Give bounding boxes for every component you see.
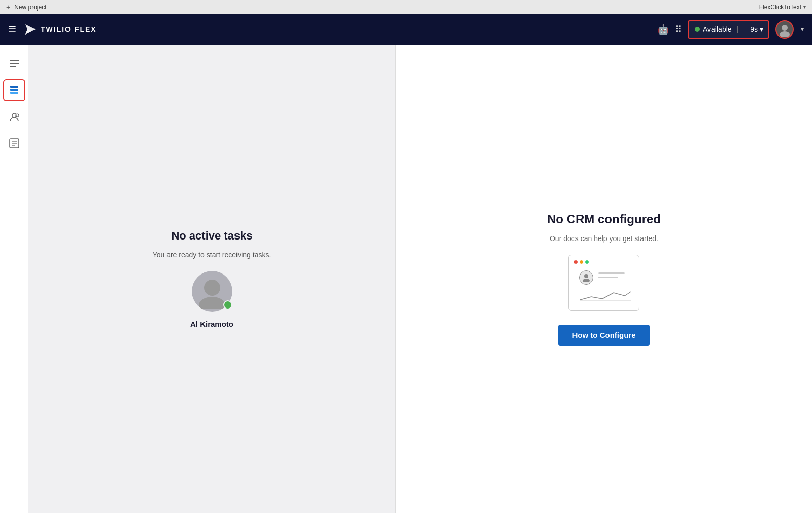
crm-line-2 <box>598 277 618 278</box>
status-label: Available <box>703 25 732 33</box>
queues-icon <box>9 58 20 70</box>
svg-point-2 <box>782 25 788 31</box>
status-available[interactable]: Available | <box>689 21 745 38</box>
status-dot <box>695 27 700 32</box>
crm-line-1 <box>598 272 625 274</box>
crm-person-icon <box>579 270 593 285</box>
sidebar-item-tasks[interactable] <box>3 79 25 101</box>
logo: TWILIO FLEX <box>24 23 97 36</box>
no-tasks-subtitle: You are ready to start receiving tasks. <box>153 251 272 259</box>
agent-name: Al Kiramoto <box>190 320 233 328</box>
reports-icon <box>9 138 20 149</box>
svg-rect-5 <box>10 63 19 64</box>
new-project-plus[interactable]: + <box>6 3 10 11</box>
sidebar <box>0 45 28 513</box>
crm-chart <box>576 288 632 303</box>
new-project-label: New project <box>14 4 46 11</box>
status-pipe: | <box>737 25 739 33</box>
svg-point-17 <box>199 297 225 309</box>
svg-rect-6 <box>10 66 16 67</box>
grid-icon[interactable]: ⠿ <box>675 24 682 35</box>
sidebar-item-queues[interactable] <box>3 53 25 75</box>
how-to-configure-button[interactable]: How to Configure <box>558 325 650 346</box>
crm-illustration <box>568 255 639 311</box>
logo-text: TWILIO FLEX <box>41 25 97 33</box>
status-button[interactable]: Available | 9s ▾ <box>688 20 769 39</box>
main-layout: No active tasks You are ready to start r… <box>0 45 812 513</box>
svg-rect-9 <box>10 92 18 94</box>
svg-rect-8 <box>10 89 18 91</box>
svg-point-19 <box>583 279 590 282</box>
svg-rect-4 <box>10 60 19 61</box>
svg-rect-7 <box>10 86 18 88</box>
status-time: 9s <box>750 25 758 33</box>
crm-dot-3 <box>585 260 589 264</box>
sidebar-item-reports[interactable] <box>3 132 25 154</box>
hamburger-icon[interactable]: ☰ <box>8 24 16 35</box>
header: ☰ TWILIO FLEX 🤖 ⠿ Available | 9s ▾ <box>0 14 812 45</box>
svg-point-16 <box>204 280 220 296</box>
avatar-icon <box>777 22 792 37</box>
svg-point-3 <box>780 31 790 37</box>
sidebar-item-agents[interactable] <box>3 106 25 128</box>
top-bar: + New project FlexClickToText ▾ <box>0 0 812 14</box>
avatar-chevron-icon[interactable]: ▾ <box>801 26 804 33</box>
svg-point-18 <box>584 274 588 278</box>
left-panel: No active tasks You are ready to start r… <box>28 45 396 513</box>
status-timer[interactable]: 9s ▾ <box>745 21 768 38</box>
project-chevron-icon[interactable]: ▾ <box>803 4 806 10</box>
agent-online-indicator <box>223 300 232 310</box>
crm-title: No CRM configured <box>547 212 661 226</box>
status-chevron-icon: ▾ <box>760 25 763 33</box>
agents-icon <box>9 111 20 122</box>
avatar[interactable] <box>775 20 794 39</box>
ai-icon[interactable]: 🤖 <box>658 24 669 35</box>
logo-icon <box>24 23 37 36</box>
crm-dot-2 <box>580 260 583 264</box>
crm-subtitle: Our docs can help you get started. <box>550 234 658 243</box>
crm-dot-1 <box>574 260 578 264</box>
tasks-icon <box>9 85 20 96</box>
crm-ill-dots <box>574 260 589 264</box>
agent-avatar-container <box>192 271 232 312</box>
crm-ill-lines <box>598 272 625 278</box>
no-tasks-title: No active tasks <box>171 229 252 243</box>
project-name: FlexClickToText <box>759 4 801 11</box>
right-panel: No CRM configured Our docs can help you … <box>396 45 812 513</box>
